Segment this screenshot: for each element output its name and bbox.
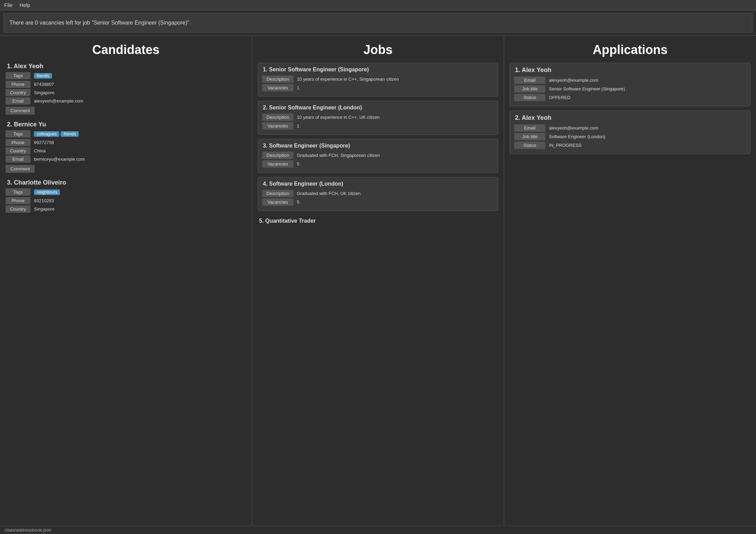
job-desc-row-3: Description Graduated with FCH, Singapor… xyxy=(262,152,494,159)
menu-help[interactable]: Help xyxy=(19,2,30,8)
job-item-2: 2. Senior Software Engineer (London) Des… xyxy=(258,101,499,135)
app-jobtitle-row-1: Job title Senior Software Engineer (Sing… xyxy=(514,85,746,92)
candidate-item-3: 3. Charlotte Oliveiro Tags neighbours Ph… xyxy=(6,179,246,213)
job-desc-value-3: Graduated with FCH, Singaporean citizen xyxy=(296,152,381,159)
tag-neighbours[interactable]: neighbours xyxy=(34,189,60,195)
app-email-value-1: alexyeoh@example.com xyxy=(547,77,600,84)
jobs-column: Jobs 1. Senior Software Engineer (Singap… xyxy=(252,36,504,526)
tags-label-3: Tags xyxy=(6,188,30,196)
app-email-label-1: Email xyxy=(514,77,545,84)
app-status-row-1: Status OFFERED xyxy=(514,94,746,101)
comment-button-1[interactable]: Comment xyxy=(6,107,35,115)
job-vac-row-2: Vacancies 1 xyxy=(262,122,494,130)
app-jobtitle-value-1: Senior Software Engineer (Singapore) xyxy=(547,85,626,92)
candidate-item-1: 1. Alex Yeoh Tags friends Phone 87438807… xyxy=(6,63,246,115)
job-item-4: 4. Software Engineer (London) Descriptio… xyxy=(258,177,499,211)
job-name-5: 5. Quantitative Trader xyxy=(258,215,499,227)
job-name-4: 4. Software Engineer (London) xyxy=(262,181,494,187)
tag-friends[interactable]: friends xyxy=(34,73,52,79)
candidate-country-row-3: Country Singapore xyxy=(6,205,246,213)
job-item-3: 3. Software Engineer (Singapore) Descrip… xyxy=(258,139,499,173)
candidate-phone-row-3: Phone 93210283 xyxy=(6,197,246,204)
job-vac-label-3: Vacancies xyxy=(262,160,293,168)
app-status-label-1: Status xyxy=(514,94,545,101)
applications-header: Applications xyxy=(504,36,756,63)
jobs-body: 1. Senior Software Engineer (Singapore) … xyxy=(252,63,504,526)
tags-label: Tags xyxy=(6,72,30,79)
job-vac-row-3: Vacancies 5 xyxy=(262,160,494,168)
candidate-tags-row-2: Tags colleagues friends xyxy=(6,130,246,138)
app-status-value-1: OFFERED xyxy=(547,94,572,101)
country-value-2: China xyxy=(32,147,48,154)
job-item-1: 1. Senior Software Engineer (Singapore) … xyxy=(258,63,499,97)
country-value-3: Singapore xyxy=(32,205,56,213)
app-email-label-2: Email xyxy=(514,124,545,132)
status-path: ./data/addressbook.json xyxy=(3,527,51,533)
candidate-phone-row-2: Phone 99272758 xyxy=(6,139,246,146)
app-email-row-1: Email alexyeoh@example.com xyxy=(514,77,746,84)
job-desc-label-4: Description xyxy=(262,190,293,197)
job-desc-value-1: 10 years of experience in C++, Singapore… xyxy=(296,75,401,83)
app-status-row-2: Status IN_PROGRESS xyxy=(514,142,746,149)
job-desc-value-2: 10 years of experience in C++, UK citize… xyxy=(296,114,381,121)
job-name-2: 2. Senior Software Engineer (London) xyxy=(262,105,494,111)
candidate-country-row-2: Country China xyxy=(6,147,246,154)
tag-colleagues[interactable]: colleagues xyxy=(34,131,59,137)
job-vac-label-1: Vacancies xyxy=(262,84,293,91)
email-label: Email xyxy=(6,97,30,105)
job-desc-row-4: Description Graduated with FCH, UK citiz… xyxy=(262,190,494,197)
phone-label: Phone xyxy=(6,81,30,88)
candidate-email-row-1: Email alexyeoh@example.com xyxy=(6,97,246,105)
tag-friends-2[interactable]: friends xyxy=(61,131,79,137)
country-label-3: Country xyxy=(6,205,30,213)
candidate-email-row-2: Email berniceyu@example.com xyxy=(6,155,246,163)
candidates-body: 1. Alex Yeoh Tags friends Phone 87438807… xyxy=(0,63,252,526)
application-name-2: 2. Alex Yeoh xyxy=(514,114,746,122)
job-desc-label-2: Description xyxy=(262,114,293,121)
job-desc-row-2: Description 10 years of experience in C+… xyxy=(262,114,494,121)
email-label-2: Email xyxy=(6,155,30,163)
app-jobtitle-value-2: Software Engineer (London) xyxy=(547,133,607,140)
applications-body: 1. Alex Yeoh Email alexyeoh@example.com … xyxy=(504,63,756,526)
main-content: Candidates 1. Alex Yeoh Tags friends Pho… xyxy=(0,35,756,526)
app-status-value-2: IN_PROGRESS xyxy=(547,142,583,149)
job-name-3: 3. Software Engineer (Singapore) xyxy=(262,143,494,149)
job-name-1: 1. Senior Software Engineer (Singapore) xyxy=(262,66,494,73)
job-vac-value-1: 1 xyxy=(296,84,301,91)
notice-text: There are 0 vacancies left for job "Seni… xyxy=(9,20,189,26)
app-jobtitle-label-2: Job title xyxy=(514,133,545,140)
phone-label-3: Phone xyxy=(6,197,30,204)
candidate-name-1: 1. Alex Yeoh xyxy=(6,63,246,70)
candidate-tags-row-3: Tags neighbours xyxy=(6,188,246,196)
candidates-column: Candidates 1. Alex Yeoh Tags friends Pho… xyxy=(0,36,252,526)
app-status-label-2: Status xyxy=(514,142,545,149)
app-jobtitle-row-2: Job title Software Engineer (London) xyxy=(514,133,746,140)
candidate-name-3: 3. Charlotte Oliveiro xyxy=(6,179,246,186)
candidate-country-row-1: Country Singapore xyxy=(6,89,246,96)
app-jobtitle-label-1: Job title xyxy=(514,85,545,92)
jobs-header: Jobs xyxy=(252,36,504,63)
email-value-1: alexyeoh@example.com xyxy=(32,97,86,105)
job-desc-value-4: Graduated with FCH, UK citizen xyxy=(296,190,362,197)
job-vac-label-4: Vacancies xyxy=(262,198,293,206)
applications-column: Applications 1. Alex Yeoh Email alexyeoh… xyxy=(504,36,756,526)
job-desc-row-1: Description 10 years of experience in C+… xyxy=(262,75,494,83)
candidates-header: Candidates xyxy=(0,36,252,63)
candidate-item-2: 2. Bernice Yu Tags colleagues friends Ph… xyxy=(6,121,246,173)
application-item-1: 1. Alex Yeoh Email alexyeoh@example.com … xyxy=(510,63,750,106)
menu-file[interactable]: File xyxy=(4,2,12,8)
phone-label-2: Phone xyxy=(6,139,30,146)
tags-label-2: Tags xyxy=(6,130,30,137)
tags-value-3: neighbours xyxy=(32,188,62,196)
job-vac-value-3: 5 xyxy=(296,160,301,168)
candidate-phone-row-1: Phone 87438807 xyxy=(6,81,246,88)
job-vac-value-4: 5 xyxy=(296,198,301,206)
candidate-name-2: 2. Bernice Yu xyxy=(6,121,246,128)
application-name-1: 1. Alex Yeoh xyxy=(514,66,746,74)
candidate-tags-row-1: Tags friends xyxy=(6,72,246,80)
comment-button-2[interactable]: Comment xyxy=(6,165,35,173)
job-vac-value-2: 1 xyxy=(296,122,301,130)
status-bar: ./data/addressbook.json xyxy=(0,526,756,534)
country-label: Country xyxy=(6,89,30,96)
country-value-1: Singapore xyxy=(32,89,56,96)
